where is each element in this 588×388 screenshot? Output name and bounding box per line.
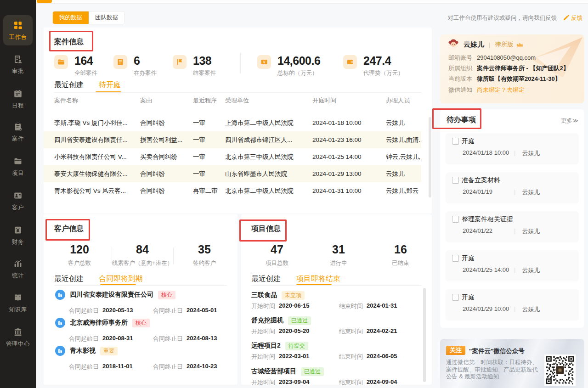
stat-lead-customers: 84 线索客户（意向+潜在） (112, 244, 173, 267)
todo-checkbox[interactable] (452, 216, 459, 223)
todo-owner: 云妹儿 (522, 149, 540, 157)
case-table-scrollbar[interactable] (429, 117, 431, 197)
todo-item-title: 准备立案材料 (462, 176, 500, 185)
time-cell: 2024-01-23 16:00 (312, 131, 386, 148)
customer-level-badge: 核心 (158, 291, 175, 299)
sidebar-item-admin-center[interactable]: 管理中心 (0, 327, 36, 348)
todo-item[interactable]: 开庭 2024/01/18 10:00 | 云妹儿 (446, 133, 579, 164)
avatar (448, 38, 459, 51)
project-start-label: 开始时间 (251, 327, 275, 336)
tab-team-data[interactable]: 团队数据 (89, 11, 124, 24)
stat-label: 已结束 (392, 259, 409, 267)
staff-cell: 钟云,云妹儿,... (386, 148, 421, 165)
sidebar-item-project[interactable]: 项目 (0, 157, 36, 177)
project-name: 舒克挖掘机 (251, 316, 283, 325)
stat-divider (240, 53, 241, 73)
contract-end-label: 合同终止日 (153, 335, 183, 343)
stat-value: 14,600.6 (277, 54, 320, 67)
todo-item[interactable]: 整理案件相关证据 2024/01/22 | 云妹儿 (446, 211, 579, 242)
project-status-badge: 未立项 (282, 291, 305, 300)
feedback-area: 对工作台使用有建议或疑问，请向我们反馈 反馈 (448, 14, 583, 22)
sidebar-item-approval[interactable]: 审批 (0, 55, 36, 75)
todo-checkbox[interactable] (452, 177, 459, 184)
project-end-date: 2024-02-21 (367, 327, 397, 336)
case-table-row[interactable]: 青木影视公司 Vs 风云客... 合同纠纷 再审二审 北京市第二中级人民法院 2… (44, 182, 421, 199)
stage-cell: 一审 (193, 148, 225, 165)
time-cell: 2024-01-18 10:00 (312, 114, 386, 131)
todo-more-link[interactable]: 更多≫ (561, 117, 578, 125)
contract-end-date: 2024-05-01 (187, 307, 217, 315)
time-cell: 2024-01-29 13:00 (312, 165, 386, 182)
feedback-link[interactable]: 反馈 (563, 14, 582, 22)
stat-active-cases: 6在办案件 (113, 55, 157, 77)
tab-recent-created[interactable]: 最近创建 (251, 274, 281, 284)
project-end-label: 结束时间 (339, 353, 363, 361)
stat-value: 31 (330, 244, 347, 255)
case-name-cell: 李斯,李璐 Vs 厦门小羽佳... (54, 114, 140, 131)
tab-contract-expiring[interactable]: 合同即将到期 (99, 274, 143, 284)
tab-recent-created[interactable]: 最近创建 (54, 80, 84, 90)
case-table-row[interactable]: 四川省安泰建设有限责任... 损害公司利益... 一审 四川省成都市锦江区人..… (44, 131, 421, 148)
stat-value: 16 (392, 244, 409, 255)
todo-date: 2024/01/19 (463, 188, 514, 197)
sidebar-item-knowledge[interactable]: 知识库 (0, 293, 36, 314)
tab-recent-created[interactable]: 最近创建 (54, 274, 84, 284)
todo-item[interactable]: 准备立案材料 2024/01/19 | 云妹儿 (446, 172, 579, 203)
case-table-row[interactable]: 泰安大康生物保健有限公... 合同纠纷 一审 山东省即墨市人民法院 2024-0… (44, 165, 421, 182)
case-table-header: 案件名称 案由 最近程序 受理单位 开庭时间 办理人员 (44, 96, 432, 105)
tab-project-ending[interactable]: 项目即将结束 (296, 274, 340, 284)
stat-customer-total: 120 客户总数 (68, 244, 91, 267)
sidebar-item-label: 客户 (0, 204, 36, 212)
col-court: 受理单位 (225, 96, 312, 105)
wechat-bind-link[interactable]: 尚未绑定？去绑定 (477, 86, 525, 93)
case-name-cell: 四川省安泰建设有限责任... (54, 131, 140, 148)
divider: | (514, 227, 515, 236)
doc-list-icon (113, 55, 127, 69)
project-status-badge: 已通过 (288, 316, 311, 325)
todo-item[interactable]: 开庭 2024/01/29 10:00 | 云妹儿 (446, 289, 579, 321)
sidebar-item-schedule[interactable]: 日程 (0, 89, 36, 110)
time-cell: 2024-01-31 10:00 (312, 182, 386, 199)
cause-cell: 合同纠纷 (140, 165, 193, 182)
staff-cell: 云妹儿 (386, 165, 421, 182)
project-name: 远程项目2 (251, 342, 281, 350)
case-card-title: 案件信息 (54, 37, 84, 47)
case-table-row[interactable]: 李斯,李璐 Vs 厦门小羽佳... 合同纠纷 一审 上海市第二中级人民法院 20… (44, 114, 421, 131)
todo-item[interactable]: 开庭 2024/01/25 14:00 | 云妹儿 (446, 250, 579, 281)
project-start-date: 2020-05-20 (279, 327, 339, 336)
case-info-card: 案件信息 164全部案件 6在办案件 138结案案件 14,600.6总标的（万… (44, 28, 432, 214)
sidebar-item-workbench[interactable]: 工作台 (0, 21, 36, 41)
stat-label: 全部案件 (74, 69, 97, 77)
stage-cell: 一审 (193, 165, 225, 182)
sidebar-item-statistics[interactable]: 统计 (0, 259, 36, 280)
stat-closed-cases: 138结案案件 (173, 55, 216, 77)
stat-value: 35 (193, 244, 216, 255)
todo-date: 2024/01/22 (463, 227, 514, 236)
stat-value: 6 (134, 54, 140, 67)
todo-checkbox[interactable] (452, 294, 459, 301)
stat-project-ongoing: 31 进行中 (330, 244, 347, 267)
sidebar-item-case[interactable]: 案件 (0, 122, 36, 143)
court-cell: 北京市第三中级人民法院 (225, 148, 312, 165)
contract-start-date: 2020-08-31 (102, 335, 153, 343)
todo-checkbox[interactable] (452, 255, 459, 262)
stat-label: 在办案件 (134, 69, 157, 77)
project-status-badge: 已通过 (301, 367, 324, 376)
stat-signed-customers: 35 签约客户 (193, 244, 216, 267)
stat-total-amount: 14,600.6总标的（万元） (257, 55, 320, 77)
cause-cell: 损害公司利益... (140, 131, 193, 148)
qr-code (544, 354, 576, 386)
statistics-icon (13, 262, 23, 270)
wechat-title: "案件云"微信公众号 (469, 347, 525, 355)
stat-value: 247.4 (363, 54, 391, 67)
stat-label: 进行中 (330, 259, 347, 267)
case-table-row[interactable]: 小米科技有限责任公司 V... 买卖合同纠纷 一审 北京市第三中级人民法院 20… (44, 148, 421, 165)
tab-pending-court[interactable]: 待开庭 (99, 80, 121, 90)
customer-level-badge: 核心 (132, 319, 150, 327)
sidebar-item-customer[interactable]: 客户 (0, 191, 36, 212)
stat-all-cases: 164全部案件 (54, 55, 97, 77)
project-list-scrollbar[interactable] (423, 288, 426, 382)
tab-my-data[interactable]: 我的数据 (53, 11, 89, 24)
sidebar-item-finance[interactable]: 财务 (0, 225, 36, 246)
todo-checkbox[interactable] (452, 138, 459, 145)
